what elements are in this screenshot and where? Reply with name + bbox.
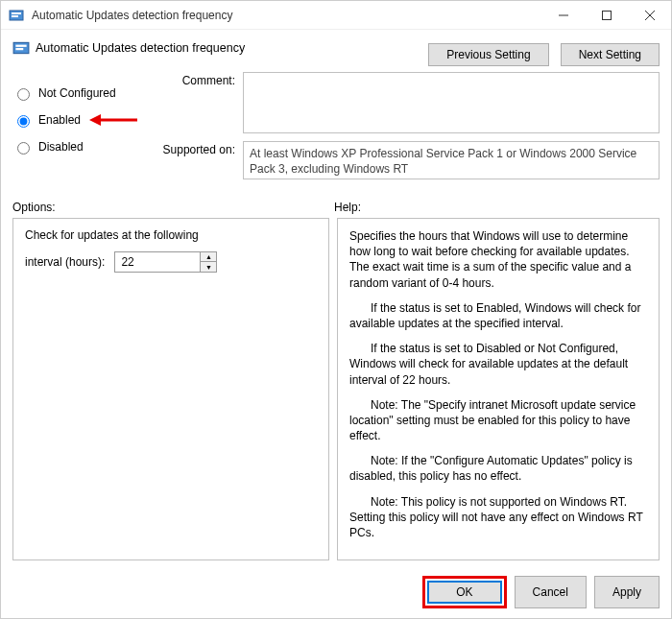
options-header: Options: [12, 201, 334, 214]
settings-row: Not Configured Enabled Disabled [12, 72, 660, 187]
supported-line: Supported on: At least Windows XP Profes… [147, 141, 660, 179]
svg-rect-2 [12, 15, 18, 17]
radio-enabled-row: Enabled [12, 107, 147, 133]
interval-stepper: ▲ ▼ [114, 251, 217, 273]
section-headers: Options: Help: [12, 201, 660, 214]
bottom-bar: OK Cancel Apply [1, 568, 671, 618]
help-p2: If the status is set to Enabled, Windows… [349, 300, 647, 331]
window-controls [541, 1, 671, 30]
interval-label: interval (hours): [25, 255, 105, 269]
policy-icon [9, 8, 24, 23]
svg-rect-8 [15, 45, 26, 47]
svg-rect-9 [15, 48, 23, 50]
help-pane[interactable]: Specifies the hours that Windows will us… [337, 218, 660, 560]
radio-not-configured-row: Not Configured [12, 80, 147, 107]
maximize-button[interactable] [585, 1, 628, 30]
close-button[interactable] [628, 1, 671, 30]
interval-input[interactable] [115, 252, 200, 272]
comment-input[interactable] [243, 72, 660, 133]
options-text-line1: Check for updates at the following [25, 228, 317, 242]
cancel-button[interactable]: Cancel [515, 576, 587, 608]
radio-disabled-row: Disabled [12, 133, 147, 160]
help-header: Help: [334, 201, 361, 214]
options-pane: Check for updates at the following inter… [12, 218, 329, 560]
radio-disabled-label[interactable]: Disabled [38, 140, 84, 154]
page-title: Automatic Updates detection frequency [36, 41, 245, 55]
help-p1: Specifies the hours that Windows will us… [349, 228, 647, 291]
previous-setting-button[interactable]: Previous Setting [428, 43, 548, 66]
panes: Check for updates at the following inter… [12, 218, 660, 560]
radio-enabled[interactable] [17, 115, 30, 128]
window-title: Automatic Updates detection frequency [32, 9, 541, 22]
apply-button[interactable]: Apply [594, 576, 660, 608]
help-p4: Note: The "Specify intranet Microsoft up… [349, 397, 647, 444]
ok-button[interactable]: OK [427, 581, 501, 604]
policy-icon [12, 39, 30, 57]
minimize-button[interactable] [541, 1, 585, 30]
header-row: Automatic Updates detection frequency Pr… [12, 39, 660, 66]
titlebar: Automatic Updates detection frequency [1, 1, 671, 30]
form-column: Comment: Supported on: At least Windows … [147, 72, 660, 187]
arrow-annotation-icon [89, 112, 137, 128]
nav-buttons: Previous Setting Next Setting [428, 43, 660, 66]
radio-disabled[interactable] [17, 142, 30, 155]
comment-label: Comment: [147, 72, 243, 133]
spin-down-button[interactable]: ▼ [201, 262, 216, 272]
supported-value: At least Windows XP Professional Service… [243, 141, 660, 179]
dialog-content: Automatic Updates detection frequency Pr… [1, 30, 671, 568]
supported-label: Supported on: [147, 141, 243, 179]
radio-not-configured-label[interactable]: Not Configured [38, 86, 116, 100]
spin-up-button[interactable]: ▲ [201, 252, 216, 262]
ok-highlight: OK [422, 576, 506, 608]
radio-enabled-label[interactable]: Enabled [38, 113, 81, 127]
comment-line: Comment: [147, 72, 660, 133]
interval-row: interval (hours): ▲ ▼ [25, 251, 317, 273]
svg-marker-11 [89, 114, 101, 126]
interval-spinner: ▲ ▼ [200, 252, 216, 272]
radio-not-configured[interactable] [17, 88, 30, 101]
svg-rect-4 [602, 11, 611, 19]
header-left: Automatic Updates detection frequency [12, 39, 245, 57]
help-p6: Note: This policy is not supported on Wi… [349, 494, 647, 541]
dialog-window: Automatic Updates detection frequency Au… [0, 0, 672, 619]
help-p5: Note: If the "Configure Automatic Update… [349, 453, 647, 484]
state-radios: Not Configured Enabled Disabled [12, 72, 147, 187]
next-setting-button[interactable]: Next Setting [561, 43, 660, 66]
svg-rect-1 [12, 12, 21, 14]
help-p3: If the status is set to Disabled or Not … [349, 341, 647, 388]
